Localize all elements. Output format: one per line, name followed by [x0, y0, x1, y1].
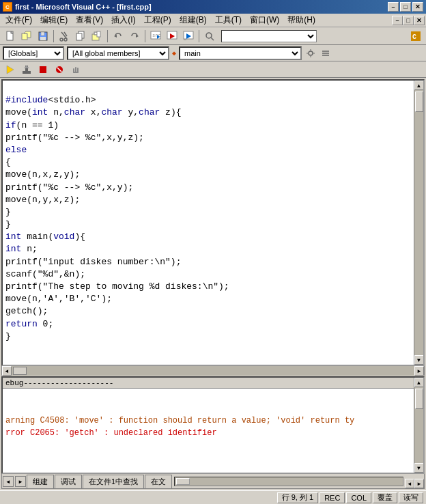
tab-build[interactable]: 组建: [27, 475, 54, 488]
svg-point-28: [206, 33, 212, 38]
redo-btn[interactable]: [127, 29, 142, 43]
nav-diamond-icon: ◆: [172, 49, 176, 57]
search-btn[interactable]: [202, 29, 217, 43]
run-debug-btn[interactable]: [3, 63, 18, 76]
status-ovr: 覆盖: [373, 492, 397, 503]
svg-rect-50: [73, 72, 79, 73]
output-header: ebug--------------------: [3, 378, 414, 389]
code-toolbar: [0, 61, 426, 78]
tab-debug[interactable]: 调试: [55, 475, 82, 488]
svg-marker-43: [24, 66, 29, 68]
members-dropdown[interactable]: [All global members]: [67, 46, 169, 60]
svg-rect-13: [76, 33, 82, 40]
globals-dropdown[interactable]: [Globals]: [3, 46, 64, 60]
svg-point-32: [309, 51, 313, 55]
tab-prev-btn[interactable]: ◄: [3, 476, 14, 487]
title-bar: C first - Microsoft Visual C++ - [first.…: [0, 0, 426, 14]
output-header-text: ebug--------------------: [5, 379, 113, 387]
output-content: arning C4508: 'move' : function should r…: [3, 389, 414, 473]
menu-bar: 文件(F) 编辑(E) 查看(V) 插入(I) 工程(P) 组建(B) 工具(T…: [0, 14, 426, 27]
breakpoint-btn[interactable]: [52, 63, 67, 76]
status-row-col: 行 9, 列 1: [277, 492, 318, 503]
output-scroll-thumb[interactable]: [415, 389, 423, 409]
scroll-up-btn[interactable]: ▲: [414, 81, 424, 90]
paste-btn[interactable]: [89, 29, 104, 43]
cut-btn[interactable]: [57, 29, 72, 43]
menu-edit[interactable]: 编辑(E): [36, 14, 72, 27]
inner-close-button[interactable]: ✕: [414, 16, 425, 25]
svg-line-29: [211, 38, 214, 40]
copy-btn[interactable]: [73, 29, 88, 43]
search-dropdown[interactable]: [221, 30, 317, 42]
svg-rect-6: [41, 32, 44, 36]
menu-file[interactable]: 文件(F): [1, 14, 36, 27]
app-icon: C: [3, 2, 12, 12]
editor-scrollbar-v[interactable]: ▲ ▼: [414, 81, 423, 365]
inner-maximize-button[interactable]: □: [403, 16, 414, 25]
scroll-thumb[interactable]: [415, 92, 423, 112]
svg-rect-3: [22, 33, 27, 40]
svg-rect-17: [97, 31, 100, 37]
stop-btn[interactable]: [36, 63, 51, 76]
toolbar-config-btn[interactable]: [320, 47, 332, 59]
svg-text:C: C: [412, 33, 416, 41]
tab-next-btn[interactable]: ►: [15, 476, 26, 487]
menu-build[interactable]: 组建(B): [175, 14, 211, 27]
output-warning: arning C4508: 'move' : function should r…: [5, 416, 354, 425]
output-scroll-up-btn[interactable]: ▲: [414, 378, 424, 387]
maximize-button[interactable]: □: [400, 2, 411, 12]
output-error: rror C2065: 'getch' : undeclared identif…: [5, 428, 217, 438]
new-file-btn[interactable]: [3, 29, 18, 43]
svg-rect-44: [40, 66, 46, 73]
minimize-button[interactable]: –: [388, 2, 399, 12]
scroll-left-btn[interactable]: ◄: [2, 366, 12, 376]
menu-insert[interactable]: 插入(I): [107, 14, 139, 27]
menu-view[interactable]: 查看(V): [72, 14, 107, 27]
svg-point-11: [64, 38, 67, 41]
svg-point-10: [60, 38, 63, 41]
status-col: COL: [346, 492, 371, 503]
inner-minimize-button[interactable]: –: [392, 16, 403, 25]
tab-find-in-file1[interactable]: 在文件1中查找: [83, 475, 144, 488]
run-btn[interactable]: [165, 29, 180, 43]
status-bar: 行 9, 列 1 REC COL 覆盖 读写: [0, 490, 426, 504]
scroll-h-thumb[interactable]: [13, 367, 27, 375]
output-scrollbar-v[interactable]: ▲ ▼: [414, 378, 423, 473]
build-btn[interactable]: [19, 63, 34, 76]
scroll-right-btn[interactable]: ►: [414, 366, 424, 376]
status-read: 读写: [399, 492, 423, 503]
undo-btn[interactable]: [111, 29, 126, 43]
output-scroll-track[interactable]: [414, 387, 424, 463]
hand-btn[interactable]: [68, 63, 83, 76]
output-scroll-left-btn[interactable]: ◄: [405, 479, 414, 488]
code-editor[interactable]: #include<stdio.h> move(int n,char x,char…: [3, 81, 414, 365]
svg-rect-7: [40, 37, 46, 40]
debug-btn[interactable]: [181, 29, 196, 43]
toolbar-separator-4: [199, 30, 199, 42]
status-rec: REC: [320, 492, 345, 503]
output-scroll-down-btn[interactable]: ▼: [414, 463, 424, 473]
window-title: first - Microsoft Visual C++ - [first.cp…: [15, 3, 152, 11]
dropdown-toolbar: [Globals] [All global members] ◆ main: [0, 45, 426, 61]
extra-btn[interactable]: C: [408, 29, 423, 43]
output-scroll-right-btn[interactable]: ►: [414, 479, 424, 488]
toolbar-separator-1: [53, 30, 54, 42]
scroll-track[interactable]: [414, 90, 424, 355]
save-btn[interactable]: [36, 29, 51, 43]
tab-find[interactable]: 在文: [145, 475, 172, 488]
main-dropdown[interactable]: main: [179, 46, 302, 60]
compile-btn[interactable]: src: [148, 29, 163, 43]
scroll-down-btn[interactable]: ▼: [414, 355, 424, 365]
menu-project[interactable]: 工程(P): [140, 14, 175, 27]
toolbar-separator-3: [145, 30, 145, 42]
open-file-btn[interactable]: [19, 29, 34, 43]
menu-help[interactable]: 帮助(H): [283, 14, 320, 27]
menu-tools[interactable]: 工具(T): [211, 14, 246, 27]
toolbar-separator-2: [107, 30, 108, 42]
svg-text:src: src: [152, 33, 161, 38]
svg-rect-41: [23, 71, 31, 74]
scroll-h-track[interactable]: [12, 366, 414, 376]
toolbar-settings-btn[interactable]: [304, 47, 317, 59]
close-button[interactable]: ✕: [412, 2, 423, 12]
menu-window[interactable]: 窗口(W): [246, 14, 283, 27]
